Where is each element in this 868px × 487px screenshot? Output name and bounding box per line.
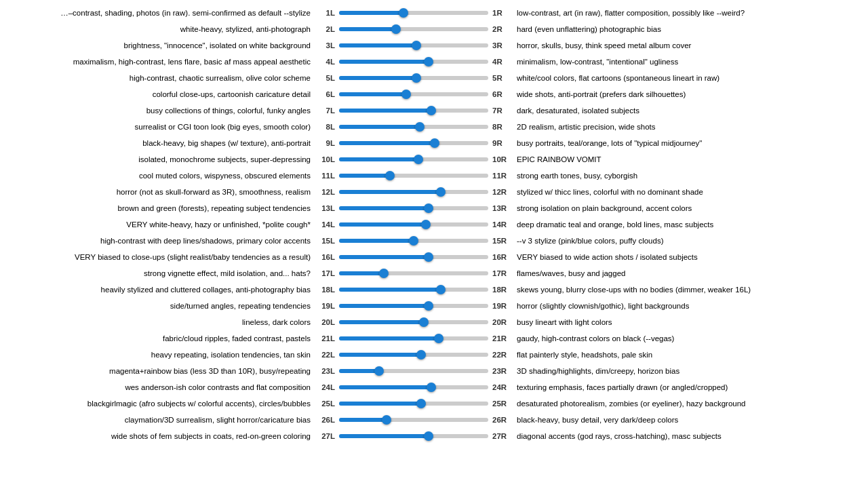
table-row: strong vignette effect, mild isolation, … [3,266,865,281]
table-row: brightness, "innocence", isolated on whi… [3,38,865,53]
left-label: …–contrast, shading, photos (in raw). se… [3,9,315,17]
table-row: white-heavy, stylized, anti-photograph 2… [3,22,865,37]
slider-track[interactable] [339,304,488,308]
right-num: 2R [491,25,513,33]
table-row: blackgirlmagic (afro subjects w/ colorfu… [3,396,865,411]
left-num: 14L [315,220,336,229]
left-label: horror (not as skull-forward as 3R), smo… [3,188,315,196]
slider-track[interactable] [339,27,488,31]
right-label: horror, skulls, busy, think speed metal … [513,41,865,50]
slider-track[interactable] [339,190,488,194]
left-num: 26L [315,416,336,424]
slider-track[interactable] [339,60,488,64]
right-label: horror (slightly clownish/gothic), light… [513,302,865,310]
slider-track[interactable] [339,271,488,275]
right-num: 7R [491,106,513,115]
right-num: 25R [491,400,513,408]
left-num: 23L [315,367,336,375]
right-label: deep dramatic teal and orange, bold line… [513,220,865,229]
slider-track[interactable] [339,141,488,145]
table-row: isolated, monochrome subjects, super-dep… [3,152,865,167]
left-num: 12L [315,188,336,196]
left-label: lineless, dark colors [3,318,315,326]
right-label: strong isolation on plain background, ac… [513,204,865,212]
slider-track[interactable] [339,434,488,438]
left-label: colorful close-ups, cartoonish caricatur… [3,90,315,98]
right-num: 24R [491,383,513,391]
slider-track[interactable] [339,125,488,129]
left-label: VERY biased to close-ups (slight realist… [3,253,315,261]
left-num: 7L [315,106,336,115]
slider-track[interactable] [339,369,488,373]
right-num: 10R [491,155,513,163]
table-row: horror (not as skull-forward as 3R), smo… [3,184,865,199]
left-num: 13L [315,204,336,212]
left-label: magenta+rainbow bias (less 3D than 10R),… [3,367,315,375]
table-row: fabric/cloud ripples, faded contrast, pa… [3,331,865,346]
right-label: diagonal accents (god rays, cross-hatchi… [513,432,865,440]
left-num: 19L [315,302,336,310]
right-num: 19R [491,302,513,310]
right-label: hard (even unflattering) photographic bi… [513,25,865,33]
slider-track[interactable] [339,222,488,227]
slider-track[interactable] [339,336,488,340]
left-label: strong vignette effect, mild isolation, … [3,269,315,277]
right-label: EPIC RAINBOW VOMIT [513,155,865,163]
slider-track[interactable] [339,418,488,422]
left-label: brown and green (forests), repeating sub… [3,204,315,212]
right-num: 9R [491,139,513,147]
right-label: gaudy, high-contrast colors on black (--… [513,334,865,343]
right-num: 12R [491,188,513,196]
left-label: cool muted colors, wispyness, obscured e… [3,172,315,180]
slider-track[interactable] [339,76,488,80]
slider-track[interactable] [339,43,488,47]
slider-track[interactable] [339,11,488,15]
slider-track[interactable] [339,174,488,178]
table-row: colorful close-ups, cartoonish caricatur… [3,87,865,102]
right-num: 21R [491,334,513,343]
right-label: minimalism, low-contrast, "intentional" … [513,58,865,66]
left-label: blackgirlmagic (afro subjects w/ colorfu… [3,400,315,408]
table-row: side/turned angles, repeating tendencies… [3,298,865,313]
left-num: 25L [315,400,336,408]
right-label: black-heavy, busy detail, very dark/deep… [513,416,865,424]
left-label: heavy repeating, isolation tendencies, t… [3,351,315,359]
left-label: isolated, monochrome subjects, super-dep… [3,155,315,163]
left-num: 5L [315,74,336,82]
left-num: 4L [315,58,336,66]
left-label: white-heavy, stylized, anti-photograph [3,25,315,33]
slider-track[interactable] [339,92,488,96]
slider-track[interactable] [339,288,488,292]
left-label: claymation/3D surrealism, slight horror/… [3,416,315,424]
slider-track[interactable] [339,320,488,324]
right-num: 18R [491,286,513,294]
table-row: heavily stylized and cluttered collages,… [3,282,865,297]
table-row: high-contrast, chaotic surrealism, olive… [3,71,865,85]
right-label: VERY biased to wide action shots / isola… [513,253,865,261]
slider-track[interactable] [339,385,488,389]
slider-track[interactable] [339,255,488,259]
left-label: maximalism, high-contrast, lens flare, b… [3,58,315,66]
right-num: 1R [491,9,513,17]
right-label: --v 3 stylize (pink/blue colors, puffy c… [513,237,865,245]
left-num: 22L [315,351,336,359]
left-label: high-contrast, chaotic surrealism, olive… [3,74,315,82]
left-num: 27L [315,432,336,440]
slider-track[interactable] [339,157,488,161]
table-row: claymation/3D surrealism, slight horror/… [3,412,865,427]
right-num: 16R [491,253,513,261]
right-label: white/cool colors, flat cartoons (sponta… [513,74,865,82]
left-num: 11L [315,172,336,180]
slider-track[interactable] [339,239,488,243]
left-num: 17L [315,269,336,277]
left-num: 18L [315,286,336,294]
slider-track[interactable] [339,402,488,406]
right-num: 26R [491,416,513,424]
slider-track[interactable] [339,353,488,357]
right-label: 3D shading/highlights, dim/creepy, horiz… [513,367,865,375]
left-label: VERY white-heavy, hazy or unfinished, *p… [3,220,315,229]
right-label: flames/waves, busy and jagged [513,269,865,277]
table-row: maximalism, high-contrast, lens flare, b… [3,54,865,69]
slider-track[interactable] [339,206,488,210]
slider-track[interactable] [339,109,488,113]
